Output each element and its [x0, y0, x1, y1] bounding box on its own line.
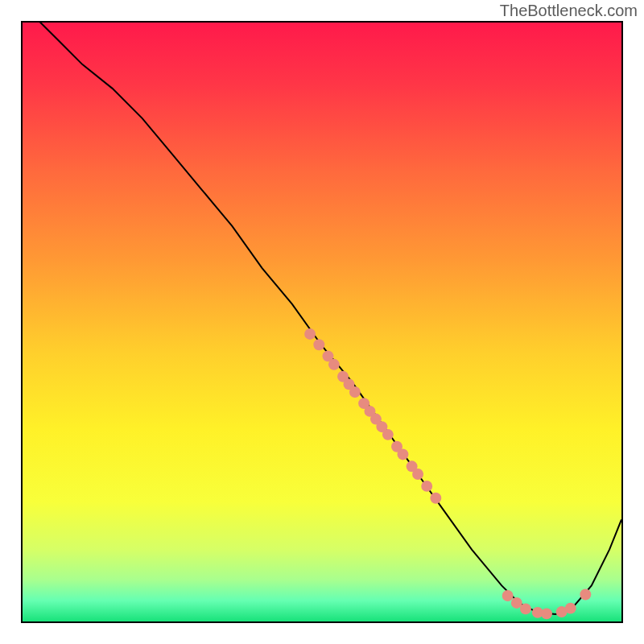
attribution-label: TheBottleneck.com [500, 2, 638, 20]
scatter-point [328, 359, 340, 370]
scatter-point [304, 328, 316, 340]
scatter-point [580, 589, 591, 601]
scatter-point [313, 339, 324, 350]
scatter-point [349, 386, 361, 398]
plot-area [21, 21, 623, 623]
scatter-point [541, 608, 552, 619]
scatter-point [565, 603, 576, 614]
curve-line [23, 23, 621, 614]
scatter-point [382, 429, 394, 440]
scatter-point [397, 448, 408, 460]
scatter-points [304, 328, 591, 619]
scatter-point [412, 469, 423, 480]
scatter-point [520, 603, 531, 614]
scatter-point [502, 590, 514, 601]
scatter-point [421, 481, 432, 492]
bottleneck-curve [23, 23, 621, 621]
chart-wrapper: TheBottleneck.com [0, 0, 644, 644]
scatter-point [430, 493, 441, 504]
